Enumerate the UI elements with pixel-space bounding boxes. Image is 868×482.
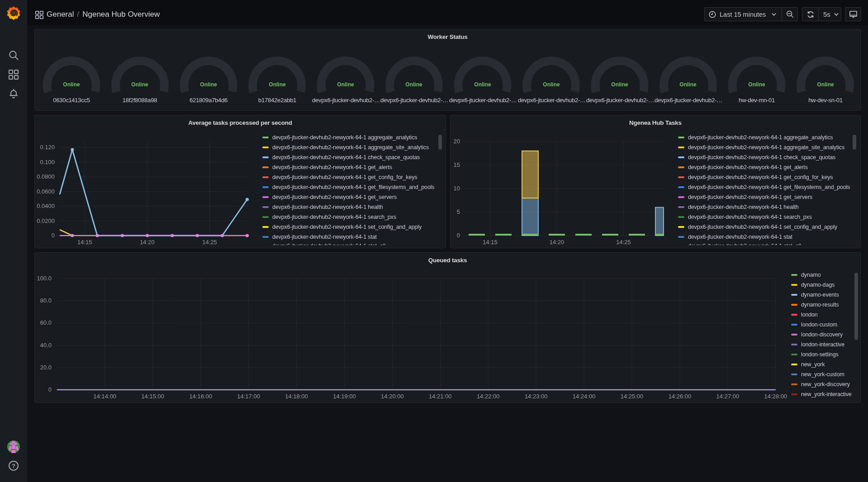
svg-text:0.0800: 0.0800 (37, 173, 55, 180)
svg-text:14:16:00: 14:16:00 (189, 393, 212, 400)
svg-text:14:15:00: 14:15:00 (141, 393, 164, 400)
svg-text:80.0: 80.0 (40, 297, 52, 304)
svg-text:14:25: 14:25 (616, 239, 631, 246)
svg-text:14:15: 14:15 (77, 239, 92, 246)
svg-text:0.0200: 0.0200 (37, 217, 55, 224)
svg-text:14:24:00: 14:24:00 (573, 393, 596, 400)
svg-text:14:20:00: 14:20:00 (381, 393, 404, 400)
svg-text:5: 5 (457, 208, 460, 215)
svg-text:14:19:00: 14:19:00 (333, 393, 356, 400)
svg-text:14:17:00: 14:17:00 (237, 393, 260, 400)
svg-text:0.100: 0.100 (40, 159, 55, 165)
svg-text:100.0: 100.0 (37, 275, 52, 282)
svg-text:15: 15 (454, 161, 460, 168)
svg-text:20: 20 (454, 138, 460, 145)
svg-text:14:22:00: 14:22:00 (477, 393, 500, 400)
svg-text:20.0: 20.0 (40, 364, 52, 371)
svg-text:14:20: 14:20 (550, 239, 564, 246)
svg-text:0.120: 0.120 (40, 144, 55, 151)
svg-text:14:14:00: 14:14:00 (93, 393, 116, 400)
svg-text:40.0: 40.0 (40, 342, 52, 349)
svg-text:?: ? (12, 463, 15, 469)
svg-text:14:21:00: 14:21:00 (429, 393, 452, 400)
svg-text:14:23:00: 14:23:00 (525, 393, 548, 400)
svg-text:10: 10 (454, 185, 460, 192)
svg-text:0: 0 (52, 232, 55, 239)
svg-text:0: 0 (48, 386, 52, 393)
svg-text:14:20: 14:20 (140, 239, 155, 246)
svg-text:14:28:00: 14:28:00 (764, 393, 787, 400)
svg-text:14:26:00: 14:26:00 (669, 393, 692, 400)
svg-text:14:25:00: 14:25:00 (621, 393, 644, 400)
svg-text:0.0400: 0.0400 (37, 203, 55, 209)
svg-text:0: 0 (457, 232, 460, 239)
svg-text:60.0: 60.0 (40, 319, 52, 326)
svg-text:0.0600: 0.0600 (37, 188, 55, 195)
svg-text:14:15: 14:15 (483, 239, 498, 246)
svg-text:14:18:00: 14:18:00 (285, 393, 308, 400)
svg-text:14:25: 14:25 (202, 239, 217, 246)
svg-text:14:27:00: 14:27:00 (716, 393, 740, 400)
